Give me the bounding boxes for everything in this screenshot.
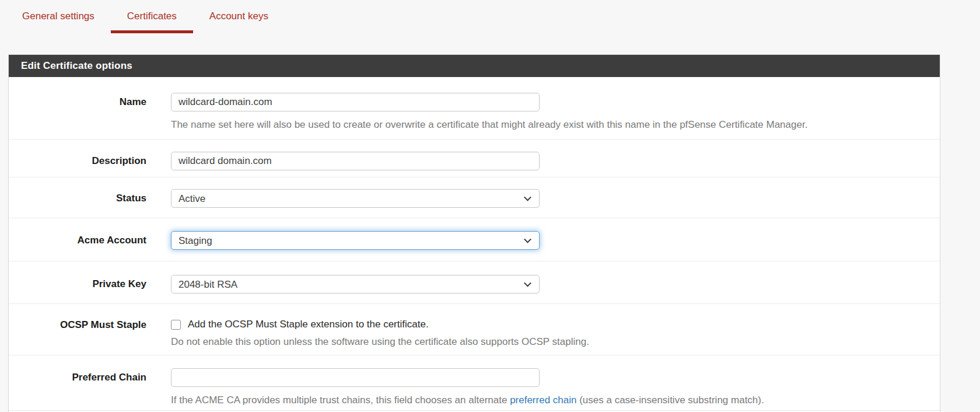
form-row-acme-account: Acme Account Staging — [9, 218, 940, 261]
form-row-preferred-chain: Preferred Chain If the ACME CA provides … — [9, 355, 940, 411]
ocsp-help-text: Do not enable this option unless the sof… — [171, 336, 940, 348]
tab-account-keys[interactable]: Account keys — [193, 0, 285, 33]
preferred-chain-link[interactable]: preferred chain — [510, 394, 576, 406]
status-label: Status — [9, 189, 146, 208]
preferred-chain-help-text: If the ACME CA provides multiple trust c… — [171, 394, 940, 407]
name-input[interactable] — [171, 93, 540, 111]
preferred-chain-help-before: If the ACME CA provides multiple trust c… — [171, 394, 510, 406]
acme-account-select[interactable]: Staging — [171, 231, 540, 250]
form-row-private-key: Private Key 2048-bit RSA — [9, 261, 940, 304]
description-input[interactable] — [171, 152, 540, 170]
name-help-text: The name set here will also be used to c… — [171, 118, 940, 131]
form-row-description: Description — [9, 139, 940, 177]
ocsp-must-staple-label: OCSP Must Staple — [9, 319, 146, 348]
private-key-select[interactable]: 2048-bit RSA — [171, 275, 540, 294]
ocsp-checkbox-label: Add the OCSP Must Staple extension to th… — [188, 319, 429, 330]
tab-general-settings[interactable]: General settings — [6, 0, 111, 33]
tab-certificates[interactable]: Certificates — [111, 0, 193, 33]
preferred-chain-help-after: (uses a case-insensitive substring match… — [576, 394, 764, 406]
tab-bar: General settings Certificates Account ke… — [0, 0, 980, 33]
form-row-status: Status Active — [9, 177, 940, 218]
form-row-name: Name The name set here will also be used… — [9, 77, 940, 139]
form-row-ocsp-must-staple: OCSP Must Staple Add the OCSP Must Stapl… — [9, 304, 940, 355]
preferred-chain-label: Preferred Chain — [9, 368, 146, 407]
panel-title: Edit Certificate options — [9, 55, 940, 77]
status-select[interactable]: Active — [171, 189, 540, 208]
ocsp-must-staple-checkbox[interactable] — [171, 320, 181, 330]
edit-certificate-panel: Edit Certificate options Name The name s… — [8, 54, 940, 412]
acme-account-label: Acme Account — [9, 231, 146, 250]
preferred-chain-input[interactable] — [171, 368, 540, 387]
description-label: Description — [9, 152, 146, 170]
name-label: Name — [9, 93, 146, 131]
private-key-label: Private Key — [9, 275, 146, 294]
